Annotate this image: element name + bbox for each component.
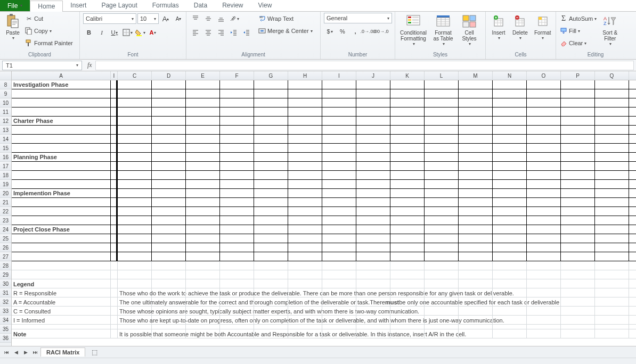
cut-button[interactable]: ✂ Cut [25, 13, 73, 24]
cell[interactable] [356, 288, 390, 297]
conditional-formatting-button[interactable]: Conditional Formatting▾ [398, 13, 428, 47]
cell[interactable] [595, 279, 629, 288]
cell[interactable] [390, 297, 425, 307]
cell[interactable] [561, 216, 595, 225]
cell[interactable] [356, 297, 390, 307]
align-top-button[interactable] [190, 13, 201, 24]
cell[interactable] [111, 270, 118, 279]
row-header[interactable]: 20 [0, 189, 11, 198]
cell[interactable] [356, 307, 390, 316]
cell[interactable] [118, 117, 152, 126]
cell[interactable] [111, 279, 118, 288]
cell[interactable] [288, 270, 322, 279]
row-header[interactable]: 16 [0, 153, 11, 162]
cell[interactable] [186, 144, 220, 153]
cell[interactable] [288, 189, 322, 198]
cell[interactable] [322, 171, 356, 180]
cell[interactable] [561, 135, 595, 144]
cell[interactable] [527, 144, 561, 153]
cell[interactable] [254, 307, 288, 316]
cell[interactable] [459, 216, 493, 225]
cell[interactable] [356, 189, 390, 198]
accounting-format-button[interactable]: $▾ [324, 26, 336, 37]
sort-filter-button[interactable]: AZ Sort & Filter▾ [599, 13, 621, 47]
cell[interactable] [595, 80, 629, 89]
cell[interactable] [527, 171, 561, 180]
cell[interactable] [493, 107, 527, 117]
column-header[interactable]: D [152, 71, 186, 80]
cell[interactable] [288, 89, 322, 98]
cell[interactable] [322, 180, 356, 189]
shrink-font-button[interactable]: A▾ [173, 13, 184, 24]
cell[interactable] [254, 225, 288, 234]
cell[interactable]: Charter Phase [12, 117, 111, 126]
cell[interactable] [322, 297, 356, 307]
cell[interactable] [186, 297, 220, 307]
cell[interactable] [186, 126, 220, 135]
cell[interactable] [493, 189, 527, 198]
cell[interactable] [356, 180, 390, 189]
cell[interactable]: I = Informed [12, 316, 111, 325]
cell[interactable] [118, 216, 152, 225]
cell[interactable] [322, 270, 356, 279]
cell[interactable] [186, 279, 220, 288]
cell[interactable] [12, 144, 111, 153]
cell[interactable] [152, 270, 186, 279]
cell[interactable] [111, 307, 118, 316]
cell[interactable] [595, 307, 629, 316]
cell[interactable] [425, 316, 459, 325]
cell[interactable] [118, 225, 152, 234]
tab-insert[interactable]: Insert [63, 0, 94, 11]
sheet-nav-first[interactable]: ⏮ [2, 348, 11, 357]
cell[interactable] [425, 279, 459, 288]
cell[interactable] [561, 307, 595, 316]
cell[interactable] [356, 162, 390, 171]
cell[interactable] [288, 234, 322, 243]
cell[interactable] [425, 153, 459, 162]
cell[interactable] [356, 126, 390, 135]
cell[interactable] [186, 207, 220, 216]
cell[interactable] [111, 144, 118, 153]
cell[interactable] [118, 153, 152, 162]
cell[interactable] [186, 89, 220, 98]
cell[interactable] [595, 89, 629, 98]
cell[interactable] [425, 189, 459, 198]
row-header[interactable]: 24 [0, 225, 11, 234]
cell[interactable] [186, 162, 220, 171]
cell[interactable] [459, 288, 493, 297]
clear-button[interactable]: Clear▾ [559, 37, 597, 49]
tab-review[interactable]: Review [215, 0, 250, 11]
cell[interactable] [493, 153, 527, 162]
cell[interactable] [152, 252, 186, 261]
align-left-button[interactable] [190, 27, 201, 38]
cell[interactable] [220, 80, 254, 89]
cell[interactable] [459, 234, 493, 243]
cell[interactable] [254, 316, 288, 325]
cell[interactable] [220, 297, 254, 307]
cell[interactable] [118, 243, 152, 252]
cell[interactable] [111, 135, 118, 144]
cell[interactable] [527, 234, 561, 243]
cell[interactable] [322, 216, 356, 225]
cell[interactable] [322, 80, 356, 89]
cell[interactable] [425, 252, 459, 261]
cell[interactable] [12, 261, 111, 270]
cell[interactable] [459, 117, 493, 126]
cell[interactable] [254, 171, 288, 180]
cell[interactable] [459, 107, 493, 117]
cell[interactable] [254, 153, 288, 162]
cell[interactable] [220, 162, 254, 171]
cell[interactable] [322, 189, 356, 198]
column-header[interactable]: G [254, 71, 288, 80]
cell[interactable] [356, 117, 390, 126]
cell[interactable] [220, 243, 254, 252]
cell[interactable] [12, 171, 111, 180]
cell[interactable] [595, 171, 629, 180]
cell[interactable] [595, 153, 629, 162]
cell[interactable] [390, 144, 425, 153]
cell[interactable] [493, 216, 527, 225]
cell[interactable] [288, 80, 322, 89]
cell[interactable] [186, 243, 220, 252]
cell[interactable] [12, 234, 111, 243]
font-color-button[interactable]: A▾ [147, 27, 159, 38]
